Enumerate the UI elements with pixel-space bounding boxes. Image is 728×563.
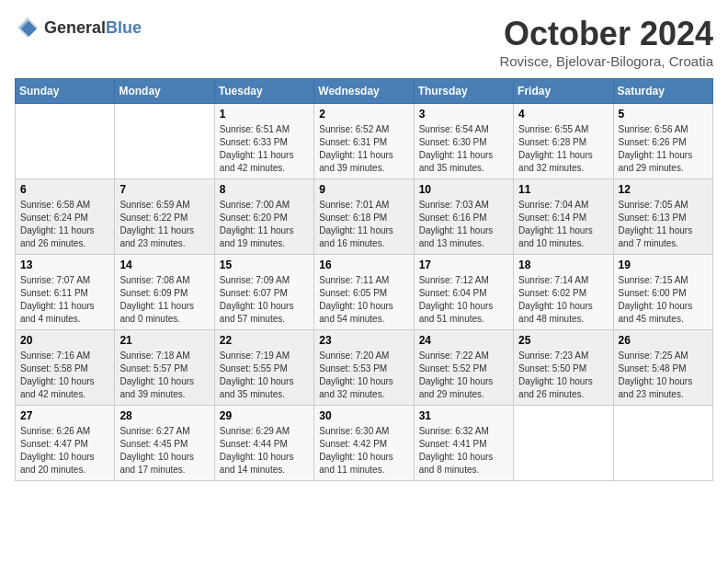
- calendar-cell: 25Sunrise: 7:23 AM Sunset: 5:50 PM Dayli…: [514, 330, 613, 406]
- logo-blue: Blue: [106, 18, 142, 37]
- day-info: Sunrise: 6:26 AM Sunset: 4:47 PM Dayligh…: [20, 425, 109, 477]
- calendar-cell: 6Sunrise: 6:58 AM Sunset: 6:24 PM Daylig…: [16, 179, 115, 255]
- day-info: Sunrise: 6:30 AM Sunset: 4:42 PM Dayligh…: [319, 425, 408, 477]
- day-number: 31: [419, 409, 508, 422]
- day-number: 7: [119, 183, 209, 196]
- day-info: Sunrise: 6:56 AM Sunset: 6:26 PM Dayligh…: [619, 123, 708, 175]
- day-info: Sunrise: 6:54 AM Sunset: 6:30 PM Dayligh…: [419, 123, 508, 175]
- day-number: 2: [319, 108, 408, 121]
- day-info: Sunrise: 7:25 AM Sunset: 5:48 PM Dayligh…: [619, 350, 708, 401]
- calendar-cell: 31Sunrise: 6:32 AM Sunset: 4:41 PM Dayli…: [414, 406, 513, 481]
- day-number: 21: [119, 334, 209, 347]
- day-info: Sunrise: 7:07 AM Sunset: 6:11 PM Dayligh…: [20, 274, 109, 326]
- calendar-cell: 4Sunrise: 6:55 AM Sunset: 6:28 PM Daylig…: [514, 104, 613, 179]
- day-number: 13: [20, 259, 109, 271]
- calendar-cell: [514, 406, 613, 481]
- logo-general: General: [44, 18, 106, 37]
- day-number: 28: [119, 409, 209, 422]
- day-info: Sunrise: 6:32 AM Sunset: 4:41 PM Dayligh…: [419, 425, 508, 477]
- calendar-cell: 30Sunrise: 6:30 AM Sunset: 4:42 PM Dayli…: [314, 406, 414, 481]
- weekday-header-saturday: Saturday: [613, 79, 712, 104]
- calendar-cell: 27Sunrise: 6:26 AM Sunset: 4:47 PM Dayli…: [16, 406, 115, 481]
- day-info: Sunrise: 6:58 AM Sunset: 6:24 PM Dayligh…: [20, 199, 109, 250]
- day-number: 5: [619, 108, 708, 121]
- calendar-cell: 2Sunrise: 6:52 AM Sunset: 6:31 PM Daylig…: [314, 104, 414, 179]
- calendar-cell: 5Sunrise: 6:56 AM Sunset: 6:26 PM Daylig…: [613, 104, 712, 179]
- calendar-cell: [16, 104, 115, 179]
- day-number: 26: [619, 334, 708, 347]
- day-info: Sunrise: 6:59 AM Sunset: 6:22 PM Dayligh…: [119, 199, 209, 250]
- day-info: Sunrise: 6:27 AM Sunset: 4:45 PM Dayligh…: [119, 425, 209, 477]
- calendar-cell: 24Sunrise: 7:22 AM Sunset: 5:52 PM Dayli…: [414, 330, 513, 406]
- month-title: October 2024: [499, 15, 713, 53]
- day-number: 16: [319, 259, 408, 271]
- day-number: 9: [319, 183, 408, 196]
- day-info: Sunrise: 7:11 AM Sunset: 6:05 PM Dayligh…: [319, 274, 408, 326]
- calendar-cell: 14Sunrise: 7:08 AM Sunset: 6:09 PM Dayli…: [115, 255, 214, 330]
- day-info: Sunrise: 7:16 AM Sunset: 5:58 PM Dayligh…: [20, 350, 109, 401]
- day-info: Sunrise: 7:23 AM Sunset: 5:50 PM Dayligh…: [518, 350, 608, 401]
- day-number: 3: [419, 108, 508, 121]
- calendar-cell: 7Sunrise: 6:59 AM Sunset: 6:22 PM Daylig…: [115, 179, 214, 255]
- calendar-cell: 15Sunrise: 7:09 AM Sunset: 6:07 PM Dayli…: [214, 255, 313, 330]
- calendar-cell: 13Sunrise: 7:07 AM Sunset: 6:11 PM Dayli…: [16, 255, 115, 330]
- day-number: 29: [220, 409, 309, 422]
- weekday-header-row: SundayMondayTuesdayWednesdayThursdayFrid…: [16, 79, 713, 104]
- day-number: 18: [518, 259, 608, 271]
- day-info: Sunrise: 7:19 AM Sunset: 5:55 PM Dayligh…: [220, 350, 309, 401]
- weekday-header-friday: Friday: [514, 79, 613, 104]
- calendar-cell: 23Sunrise: 7:20 AM Sunset: 5:53 PM Dayli…: [314, 330, 414, 406]
- weekday-header-sunday: Sunday: [16, 79, 115, 104]
- page-header: GeneralBlue October 2024 Rovisce, Bjelov…: [15, 15, 713, 69]
- day-number: 22: [220, 334, 309, 347]
- weekday-header-monday: Monday: [115, 79, 214, 104]
- calendar-cell: 1Sunrise: 6:51 AM Sunset: 6:33 PM Daylig…: [214, 104, 313, 179]
- day-number: 15: [220, 259, 309, 271]
- calendar-week-row: 1Sunrise: 6:51 AM Sunset: 6:33 PM Daylig…: [16, 104, 713, 179]
- weekday-header-wednesday: Wednesday: [314, 79, 414, 104]
- day-number: 27: [20, 409, 109, 422]
- day-info: Sunrise: 6:51 AM Sunset: 6:33 PM Dayligh…: [220, 123, 309, 175]
- day-number: 24: [419, 334, 508, 347]
- calendar-cell: 28Sunrise: 6:27 AM Sunset: 4:45 PM Dayli…: [115, 406, 214, 481]
- calendar-cell: 26Sunrise: 7:25 AM Sunset: 5:48 PM Dayli…: [613, 330, 712, 406]
- day-number: 20: [20, 334, 109, 347]
- calendar-week-row: 27Sunrise: 6:26 AM Sunset: 4:47 PM Dayli…: [16, 406, 713, 481]
- calendar-cell: 29Sunrise: 6:29 AM Sunset: 4:44 PM Dayli…: [214, 406, 313, 481]
- calendar-cell: [115, 104, 214, 179]
- day-number: 6: [20, 183, 109, 196]
- day-number: 10: [419, 183, 508, 196]
- calendar-cell: 3Sunrise: 6:54 AM Sunset: 6:30 PM Daylig…: [414, 104, 513, 179]
- day-number: 8: [220, 183, 309, 196]
- calendar-cell: 9Sunrise: 7:01 AM Sunset: 6:18 PM Daylig…: [314, 179, 414, 255]
- day-info: Sunrise: 7:05 AM Sunset: 6:13 PM Dayligh…: [619, 199, 708, 250]
- day-number: 23: [319, 334, 408, 347]
- title-block: October 2024 Rovisce, Bjelovar-Bilogora,…: [499, 15, 713, 69]
- logo-icon: [15, 15, 40, 40]
- calendar-table: SundayMondayTuesdayWednesdayThursdayFrid…: [15, 78, 713, 481]
- calendar-cell: 20Sunrise: 7:16 AM Sunset: 5:58 PM Dayli…: [16, 330, 115, 406]
- calendar-cell: 22Sunrise: 7:19 AM Sunset: 5:55 PM Dayli…: [214, 330, 313, 406]
- day-info: Sunrise: 7:15 AM Sunset: 6:00 PM Dayligh…: [619, 274, 708, 326]
- weekday-header-tuesday: Tuesday: [214, 79, 313, 104]
- day-info: Sunrise: 7:09 AM Sunset: 6:07 PM Dayligh…: [220, 274, 309, 326]
- calendar-cell: 16Sunrise: 7:11 AM Sunset: 6:05 PM Dayli…: [314, 255, 414, 330]
- day-number: 17: [419, 259, 508, 271]
- day-info: Sunrise: 7:22 AM Sunset: 5:52 PM Dayligh…: [419, 350, 508, 401]
- weekday-header-thursday: Thursday: [414, 79, 513, 104]
- day-info: Sunrise: 6:29 AM Sunset: 4:44 PM Dayligh…: [220, 425, 309, 477]
- day-number: 19: [619, 259, 708, 271]
- day-info: Sunrise: 6:55 AM Sunset: 6:28 PM Dayligh…: [518, 123, 608, 175]
- day-number: 11: [518, 183, 608, 196]
- day-number: 1: [220, 108, 309, 121]
- day-number: 25: [518, 334, 608, 347]
- day-info: Sunrise: 7:04 AM Sunset: 6:14 PM Dayligh…: [518, 199, 608, 250]
- calendar-week-row: 20Sunrise: 7:16 AM Sunset: 5:58 PM Dayli…: [16, 330, 713, 406]
- day-info: Sunrise: 6:52 AM Sunset: 6:31 PM Dayligh…: [319, 123, 408, 175]
- logo: GeneralBlue: [15, 15, 142, 40]
- calendar-cell: 17Sunrise: 7:12 AM Sunset: 6:04 PM Dayli…: [414, 255, 513, 330]
- day-number: 4: [518, 108, 608, 121]
- calendar-cell: 8Sunrise: 7:00 AM Sunset: 6:20 PM Daylig…: [214, 179, 313, 255]
- calendar-week-row: 6Sunrise: 6:58 AM Sunset: 6:24 PM Daylig…: [16, 179, 713, 255]
- calendar-cell: 21Sunrise: 7:18 AM Sunset: 5:57 PM Dayli…: [115, 330, 214, 406]
